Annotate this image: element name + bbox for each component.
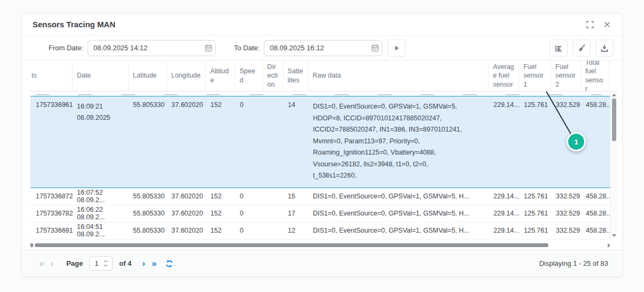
chart-button[interactable] xyxy=(549,40,568,57)
table-rows: 1757336961 16:09:21 08.09.2025 55.805330… xyxy=(30,91,610,240)
page-spinner[interactable] xyxy=(104,260,108,267)
table-header-row: ts Date Latitude Longitude Altitude Spee… xyxy=(30,60,618,91)
to-date-input[interactable] xyxy=(264,44,368,52)
cell-average-fuel: 229.14... xyxy=(489,227,520,234)
cell-sattelites: 15 xyxy=(284,193,309,200)
table-row[interactable]: 1757336872 16:07:52 08.09.2... 55.805330… xyxy=(30,188,610,205)
last-page-button[interactable]: » xyxy=(148,259,160,268)
raw-data-line: HDOP=8, ICCID=89701012417885020247, xyxy=(313,113,485,125)
cell-altitude: 152 xyxy=(206,193,235,200)
column-header-latitude[interactable]: Latitude xyxy=(129,60,167,91)
refresh-icon xyxy=(165,259,174,268)
page-number-field xyxy=(89,256,113,271)
raw-data-line: Roaming_Ignition1125=0, Vbattery=4088, xyxy=(313,147,485,159)
cell-average-fuel: 229.14... xyxy=(489,193,520,200)
column-header-ts[interactable]: ts xyxy=(30,60,73,91)
cell-fuel-2: 332.529 xyxy=(552,101,582,109)
clipped-row-above xyxy=(30,91,610,96)
from-date-field xyxy=(88,40,216,56)
horizontal-scrollbar[interactable] xyxy=(30,242,618,249)
bar-chart-icon xyxy=(554,44,563,52)
column-header-total-fuel-sensor[interactable]: Total fuel sensor xyxy=(581,60,609,91)
cell-average-fuel: 229.14... xyxy=(489,101,520,109)
table-body: 1757336961 16:09:21 08.09.2025 55.805330… xyxy=(30,91,618,240)
cell-fuel-2: 332.529 xyxy=(552,210,582,217)
column-header-fuel-sensor-2[interactable]: Fuel sensor 2 xyxy=(551,60,581,91)
column-header-raw-data[interactable]: Raw data xyxy=(309,60,489,91)
table-row[interactable]: 1757336691 16:04:51 08.09.2... 55.805330… xyxy=(30,222,610,240)
scroll-down-arrow-icon[interactable] xyxy=(612,234,616,237)
cell-date: 16:04:51 08.09.2... xyxy=(73,223,129,238)
cell-longitude: 37.602020 xyxy=(167,101,206,109)
run-query-button[interactable] xyxy=(388,40,406,57)
cell-raw-data: DIS1=0, EventSource=0, GPSVal=1, GSMVal=… xyxy=(309,227,489,234)
table-row-selected[interactable]: 1757336961 16:09:21 08.09.2025 55.805330… xyxy=(30,96,610,188)
cell-altitude: 152 xyxy=(206,227,235,234)
cell-ts: 1757336782 xyxy=(30,210,73,217)
from-date-label: From Date: xyxy=(49,44,83,52)
download-button[interactable] xyxy=(595,40,614,57)
vertical-scrollbar[interactable] xyxy=(610,91,618,239)
scroll-up-arrow-icon[interactable] xyxy=(612,94,616,96)
column-header-altitude[interactable]: Altitude xyxy=(206,60,235,91)
to-date-label: To Date: xyxy=(234,44,260,52)
cell-speed: 0 xyxy=(235,193,263,200)
refresh-button[interactable] xyxy=(165,259,174,268)
cell-ts: 1757336691 xyxy=(30,227,73,234)
calendar-icon[interactable] xyxy=(201,44,215,52)
scroll-left-nub[interactable] xyxy=(30,243,33,247)
cell-fuel-1: 125.761 xyxy=(520,210,552,217)
cell-total-fuel: 458.28... xyxy=(582,210,610,217)
vertical-scrollbar-thumb[interactable] xyxy=(612,98,616,141)
cell-latitude: 55.805330 xyxy=(129,227,167,234)
cell-date: 16:07:52 08.09.2... xyxy=(73,189,129,204)
page-number-input[interactable] xyxy=(90,259,103,267)
cell-raw-data: DIS1=0, EventSource=0, GPSVal=1, GSMVal=… xyxy=(309,210,489,217)
column-header-fuel-sensor-1[interactable]: Fuel sensor 1 xyxy=(519,60,551,91)
column-header-average-fuel-sensor[interactable]: Average fuel sensor xyxy=(489,60,519,91)
cell-fuel-2: 332.529 xyxy=(552,193,582,200)
paintbrush-icon xyxy=(577,44,586,52)
cell-sattelites: 17 xyxy=(284,210,309,217)
to-date-field xyxy=(264,40,382,56)
clear-button[interactable] xyxy=(572,40,591,57)
column-header-speed[interactable]: Speed xyxy=(235,60,263,91)
fullscreen-icon[interactable] xyxy=(586,20,594,29)
prev-page-button[interactable]: ‹ xyxy=(47,259,57,268)
table-row[interactable]: 1757336782 16:06:22 08.09.2... 55.805330… xyxy=(30,205,610,222)
cell-average-fuel: 229.14... xyxy=(489,210,520,217)
column-header-longitude[interactable]: Longitude xyxy=(167,60,206,91)
cell-fuel-2: 332.529 xyxy=(552,227,582,234)
cell-latitude: 55.805330 xyxy=(129,210,167,217)
cell-longitude: 37.602020 xyxy=(167,193,206,200)
scroll-right-arrow-icon[interactable] xyxy=(608,243,610,248)
cell-fuel-1: 125.761 xyxy=(520,101,552,109)
raw-data-line: t_53lls1=2260, xyxy=(313,170,485,182)
spinner-down-icon[interactable] xyxy=(104,264,108,267)
from-date-input[interactable] xyxy=(88,44,201,52)
cell-total-fuel: 458.28... xyxy=(582,227,610,234)
column-header-direction[interactable]: Direction xyxy=(263,60,284,91)
cell-speed: 0 xyxy=(235,210,263,217)
first-page-button[interactable]: « xyxy=(36,259,47,268)
displaying-status: Displaying 1 - 25 of 83 xyxy=(539,259,608,267)
cell-ts: 1757336961 xyxy=(30,101,73,109)
column-header-sattelites[interactable]: Sattelites xyxy=(284,60,309,91)
close-icon[interactable] xyxy=(603,20,611,29)
raw-data-line: DIS1=0, EventSource=0, GPSVal=1, GSMVal=… xyxy=(313,101,485,113)
cell-date: 16:06:22 08.09.2... xyxy=(73,206,129,221)
cell-sattelites: 14 xyxy=(284,101,309,109)
spinner-up-icon[interactable] xyxy=(104,260,108,263)
cell-total-fuel: 458.28... xyxy=(582,101,610,109)
cell-speed: 0 xyxy=(235,227,263,234)
next-page-button[interactable]: › xyxy=(139,259,148,268)
cell-speed: 0 xyxy=(235,101,263,109)
cell-longitude: 37.602020 xyxy=(167,210,206,217)
filter-toolbar: From Date: To Date: xyxy=(22,36,622,60)
page-title: Sensors Tracing MAN xyxy=(33,20,115,29)
annotation-marker-1: 1 xyxy=(567,132,586,151)
cell-sattelites: 12 xyxy=(284,227,309,234)
calendar-icon[interactable] xyxy=(368,44,382,52)
horizontal-scrollbar-thumb[interactable] xyxy=(35,243,548,247)
column-header-date[interactable]: Date xyxy=(73,60,129,91)
